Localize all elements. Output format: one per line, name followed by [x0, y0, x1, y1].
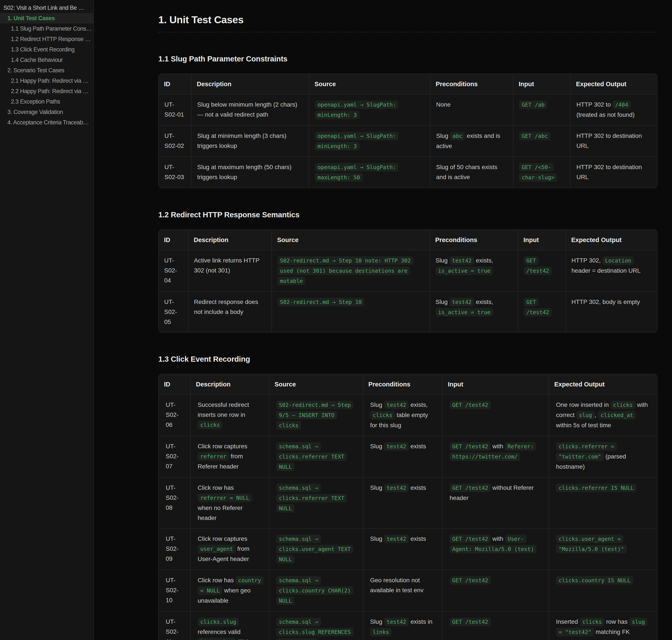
- inline-code: is_active = true: [435, 266, 493, 275]
- column-header: Input: [442, 374, 549, 394]
- cell-input: GET /test42: [442, 570, 549, 611]
- sidebar-item[interactable]: 4. Acceptance Criteria Traceab…: [0, 117, 94, 128]
- sidebar-item[interactable]: 2.3 Exception Paths: [0, 97, 94, 107]
- cell-description: Slug at minimum length (3 chars) trigger…: [191, 126, 309, 157]
- column-header: Expected Output: [566, 230, 657, 250]
- inline-code: referrer: [198, 452, 229, 461]
- section-heading: 1.2 Redirect HTTP Response Semantics: [158, 209, 658, 220]
- inline-code: GET /test42: [449, 617, 491, 626]
- sidebar-item[interactable]: 1.3 Click Event Recording: [0, 44, 94, 55]
- cell-id: UT-S02-04: [159, 250, 188, 292]
- cell-description: Click row captures user_agent from User-…: [190, 528, 269, 570]
- cell-preconditions: Slug test42 exists, clicks table empty f…: [363, 394, 442, 436]
- inline-code: clicks: [611, 401, 635, 409]
- table-row: UT-S02-06Successful redirect inserts one…: [159, 394, 657, 436]
- cell-description: clicks.slug references valid links.slug …: [190, 611, 269, 640]
- inline-code: user_agent: [198, 545, 235, 553]
- cell-source: S02-redirect.md → Step 10 note: HTTP 302…: [272, 250, 430, 292]
- inline-code: openapi.yaml → SlugPath: minLength: 3: [315, 132, 399, 150]
- cell-preconditions: Slug test42 exists: [363, 528, 442, 570]
- inline-code: GET /test42: [449, 576, 491, 585]
- cell-source: schema.sql → clicks.user_agent TEXT NULL: [269, 528, 363, 570]
- cell-input: GET /test42 with Referer: https://twitte…: [442, 436, 549, 477]
- inline-code: test42: [384, 484, 409, 492]
- inline-code: clicked_at: [598, 411, 636, 419]
- test-cases-table-wrap: IDDescriptionSourcePreconditionsInputExp…: [158, 374, 657, 640]
- inline-code: test42: [449, 298, 474, 306]
- inline-code: /404: [613, 101, 631, 109]
- sidebar-item[interactable]: 1.1 Slug Path Parameter Cons…: [0, 24, 94, 34]
- sidebar-item[interactable]: 2.2 Happy Path: Redirect via …: [0, 86, 94, 97]
- table-row: UT-S02-03Slug at maximum length (50 char…: [159, 157, 657, 188]
- table-row: UT-S02-02Slug at minimum length (3 chars…: [159, 126, 657, 157]
- section-heading: 1.3 Click Event Recording: [158, 354, 658, 364]
- cell-expected: HTTP 302, Location header = destination …: [566, 250, 657, 292]
- cell-preconditions: Geo resolution not available in test env: [363, 570, 442, 611]
- inline-code: schema.sql → clicks.slug REFERENCES link…: [276, 617, 353, 640]
- inline-code: GET /test42: [449, 442, 491, 451]
- cell-source: schema.sql → clicks.slug REFERENCES link…: [269, 611, 363, 640]
- sidebar-item[interactable]: 2. Scenario Test Cases: [0, 65, 94, 75]
- cell-description: Slug below minimum length (2 chars) — no…: [191, 94, 309, 126]
- cell-id: UT-S02-09: [159, 528, 190, 570]
- cell-description: Click row has country = NULL when geo un…: [190, 570, 269, 611]
- cell-id: UT-S02-02: [159, 126, 191, 157]
- cell-input: GET /test42: [518, 292, 566, 332]
- section-click-event-recording: 1.3 Click Event Recording IDDescriptionS…: [158, 354, 658, 640]
- column-header: Expected Output: [571, 74, 657, 94]
- cell-id: UT-S02-03: [159, 157, 191, 188]
- column-header: ID: [159, 230, 188, 250]
- cell-preconditions: Slug of 50 chars exists and is active: [430, 157, 513, 188]
- table-header-row: IDDescriptionSourcePreconditionsInputExp…: [159, 374, 657, 394]
- cell-preconditions: Slug test42 exists: [363, 436, 442, 477]
- cell-expected: HTTP 302 to destination URL: [571, 126, 657, 157]
- inline-code: Location: [602, 257, 634, 265]
- cell-preconditions: Slug test42 exists, is_active = true: [430, 250, 518, 292]
- cell-input: GET /test42: [442, 394, 549, 436]
- inline-code: referrer = NULL: [198, 494, 252, 502]
- section-heading: 1.1 Slug Path Parameter Constraints: [158, 54, 658, 64]
- column-header: ID: [159, 374, 190, 394]
- cell-expected: clicks.referrer IS NULL: [549, 477, 657, 528]
- cell-input: GET /test42 without Referer header: [442, 477, 549, 528]
- inline-code: GET /test42: [449, 535, 491, 543]
- column-header: Input: [513, 74, 571, 94]
- sidebar-item[interactable]: 1.4 Cache Behaviour: [0, 55, 94, 65]
- cell-source: schema.sql → clicks.country CHAR(2) NULL: [269, 570, 363, 611]
- table-row: UT-S02-11clicks.slug references valid li…: [159, 611, 657, 640]
- inline-code: test42: [384, 535, 409, 543]
- cell-description: Slug at maximum length (50 chars) trigge…: [191, 157, 309, 188]
- inline-code: test42: [384, 442, 409, 451]
- inline-code: schema.sql → clicks.referrer TEXT NULL: [276, 442, 347, 471]
- cell-expected: HTTP 302 to /404 (treated as not found): [571, 94, 657, 126]
- cell-preconditions: Slug test42 exists: [363, 477, 442, 528]
- test-cases-table: IDDescriptionSourcePreconditionsInputExp…: [159, 74, 657, 188]
- inline-code: is_active = true: [435, 308, 493, 317]
- cell-input: GET /<50-char-slug>: [513, 157, 571, 188]
- table-row: UT-S02-08Click row has referrer = NULL w…: [159, 477, 657, 528]
- column-header: Description: [190, 374, 269, 394]
- section-slug-path-parameter-constraints: 1.1 Slug Path Parameter Constraints IDDe…: [158, 54, 658, 188]
- cell-source: openapi.yaml → SlugPath: minLength: 3: [309, 94, 430, 126]
- column-header: Description: [191, 74, 309, 94]
- table-header-row: IDDescriptionSourcePreconditionsInputExp…: [159, 230, 657, 250]
- column-header: ID: [159, 74, 191, 94]
- sidebar-item[interactable]: 1. Unit Test Cases: [0, 13, 94, 24]
- inline-code: S02-redirect.md → Step 10 note: HTTP 302…: [277, 257, 413, 285]
- sidebar-item[interactable]: 3. Coverage Validation: [0, 107, 94, 117]
- cell-preconditions: None: [430, 94, 513, 126]
- cell-id: UT-S02-10: [159, 570, 190, 611]
- cell-input: GET /ab: [513, 94, 571, 126]
- inline-code: GET /test42: [524, 298, 552, 317]
- sidebar-item[interactable]: 1.2 Redirect HTTP Response …: [0, 34, 94, 44]
- cell-description: Click row has referrer = NULL when no Re…: [190, 477, 269, 528]
- cell-id: UT-S02-07: [159, 436, 190, 477]
- cell-id: UT-S02-08: [159, 477, 190, 528]
- inline-code: schema.sql → clicks.country CHAR(2) NULL: [276, 576, 353, 605]
- cell-id: UT-S02-05: [159, 292, 188, 332]
- test-cases-table: IDDescriptionSourcePreconditionsInputExp…: [159, 374, 657, 640]
- inline-code: GET /test42: [449, 401, 491, 409]
- cell-source: S02-redirect.md → Step 9/5 — INSERT INTO…: [269, 394, 363, 436]
- inline-code: clicks.referrer IS NULL: [556, 484, 637, 492]
- sidebar-item[interactable]: 2.1 Happy Path: Redirect via …: [0, 75, 94, 86]
